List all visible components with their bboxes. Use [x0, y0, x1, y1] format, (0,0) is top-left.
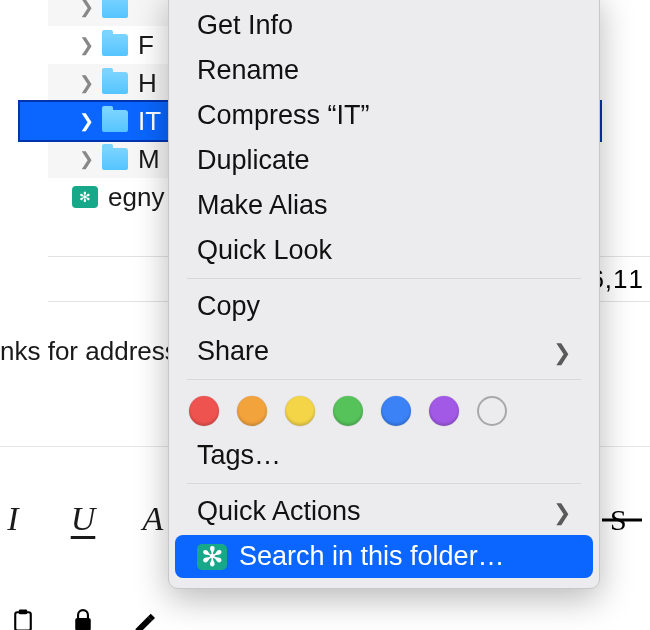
context-menu: Get Info Rename Compress “IT” Duplicate … [168, 0, 600, 589]
egnyte-drive-icon [72, 186, 98, 208]
chevron-right-icon: ❯ [76, 110, 96, 132]
svg-rect-3 [19, 609, 27, 614]
folder-name: M [138, 144, 160, 175]
tag-green[interactable] [333, 396, 363, 426]
tag-orange[interactable] [237, 396, 267, 426]
folder-icon [102, 148, 128, 170]
menu-duplicate[interactable]: Duplicate [175, 139, 593, 182]
lock-icon[interactable] [66, 608, 100, 630]
italic-button[interactable]: I [0, 500, 30, 538]
menu-separator [187, 379, 581, 380]
menu-make-alias[interactable]: Make Alias [175, 184, 593, 227]
chevron-right-icon: ❯ [76, 72, 96, 94]
folder-name: H [138, 68, 157, 99]
menu-share[interactable]: Share [175, 330, 593, 373]
menu-rename[interactable]: Rename [175, 49, 593, 92]
tag-purple[interactable] [429, 396, 459, 426]
folder-icon [102, 72, 128, 94]
menu-tags[interactable]: Tags… [175, 434, 593, 477]
folder-icon [102, 0, 128, 18]
menu-separator [187, 483, 581, 484]
menu-quick-actions[interactable]: Quick Actions [175, 490, 593, 533]
menu-search-in-folder[interactable]: ✻ Search in this folder… [175, 535, 593, 578]
chevron-right-icon [553, 336, 571, 367]
tag-blue[interactable] [381, 396, 411, 426]
clipboard-icon[interactable] [6, 608, 40, 630]
folder-name: F [138, 30, 154, 61]
folder-name: IT [138, 106, 161, 137]
pen-icon[interactable] [126, 608, 160, 630]
tag-red[interactable] [189, 396, 219, 426]
menu-separator [187, 278, 581, 279]
background-text: nks for address [0, 336, 178, 367]
svg-rect-4 [75, 618, 91, 630]
folder-icon [102, 110, 128, 132]
tag-color-row [169, 386, 599, 432]
tag-yellow[interactable] [285, 396, 315, 426]
drive-label: egny [108, 182, 164, 213]
chevron-right-icon: ❯ [76, 34, 96, 56]
menu-compress[interactable]: Compress “IT” [175, 94, 593, 137]
menu-copy[interactable]: Copy [175, 285, 593, 328]
chevron-right-icon: ❯ [76, 148, 96, 170]
menu-quick-look[interactable]: Quick Look [175, 229, 593, 272]
format-toolbar: I U A [0, 500, 170, 538]
font-color-button[interactable]: A [136, 500, 170, 538]
chevron-right-icon: ❯ [76, 0, 96, 18]
tag-none[interactable] [477, 396, 507, 426]
toolbar-lower [6, 608, 160, 630]
folder-icon [102, 34, 128, 56]
chevron-right-icon [553, 496, 571, 527]
svg-rect-2 [15, 612, 31, 630]
strikethrough-button[interactable]: S [602, 500, 642, 547]
underline-button[interactable]: U [66, 500, 100, 538]
menu-get-info[interactable]: Get Info [175, 4, 593, 47]
egnyte-icon: ✻ [197, 544, 227, 570]
